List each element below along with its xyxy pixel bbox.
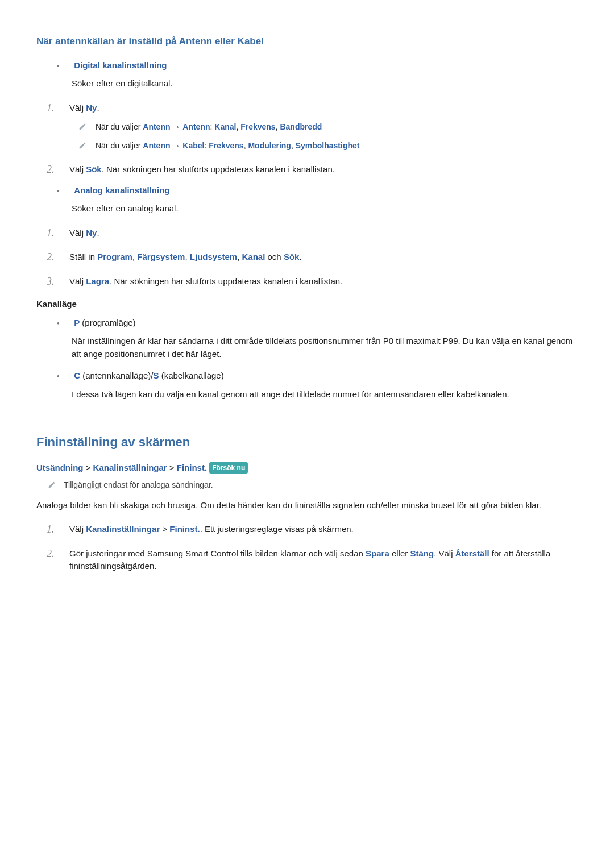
step-number: 1.	[47, 226, 55, 241]
digital-steps: 1. Välj Ny. När du väljer Antenn → Anten…	[47, 102, 578, 176]
try-now-badge[interactable]: Försök nu	[209, 462, 248, 474]
analog-steps: 1. Välj Ny. 2. Ställ in Program, Färgsys…	[47, 227, 578, 288]
step-text: Välj Sök. När sökningen har slutförts up…	[69, 164, 335, 174]
kanallage-heading: Kanalläge	[36, 298, 578, 311]
step-text: Gör justeringar med Samsung Smart Contro…	[69, 549, 550, 571]
step-number: 1.	[47, 101, 55, 116]
analog-list: Analog kanalinställning Söker efter en a…	[57, 184, 578, 215]
pencil-icon	[48, 480, 56, 492]
step-number: 2.	[47, 250, 55, 265]
note-item: När du väljer Antenn → Antenn: Kanal, Fr…	[78, 121, 578, 133]
step-text: Välj Lagra. När sökningen har slutförts …	[69, 276, 342, 286]
mode-label: C (antennkanalläge)/S (kabelkanalläge)	[74, 371, 224, 380]
section2-steps: 1. Välj Kanalinställningar > Fininst.. E…	[47, 523, 578, 573]
digital-list: Digital kanalinställning Söker efter en …	[57, 59, 578, 90]
digital-title: Digital kanalinställning	[74, 60, 167, 70]
mode-desc: När inställningen är klar har sändarna i…	[72, 335, 578, 360]
step-text: Ställ in Program, Färgsystem, Ljudsystem…	[69, 252, 302, 261]
step-number: 3.	[47, 274, 55, 289]
note-item: Tillgängligt endast för analoga sändning…	[42, 479, 578, 491]
section-heading: När antennkällan är inställd på Antenn e…	[36, 34, 578, 49]
section2-body: Analoga bilder kan bli skakiga och brusi…	[36, 499, 578, 512]
note-item: När du väljer Antenn → Kabel: Frekvens, …	[78, 140, 578, 152]
mode-label: P (programläge)	[74, 318, 135, 327]
kanallage-list: P (programläge) När inställningen är kla…	[57, 317, 578, 401]
analog-title: Analog kanalinställning	[74, 185, 169, 195]
step-number: 2.	[47, 162, 55, 177]
pencil-icon	[78, 141, 86, 153]
digital-desc: Söker efter en digitalkanal.	[72, 77, 578, 90]
mode-desc: I dessa två lägen kan du välja en kanal …	[72, 388, 578, 401]
step-number: 1.	[47, 522, 55, 537]
step-text: Välj Kanalinställningar > Fininst.. Ett …	[69, 524, 354, 534]
breadcrumb-path: Utsändning > Kanalinställningar > Finins…	[36, 462, 578, 475]
analog-desc: Söker efter en analog kanal.	[72, 202, 578, 215]
step-text: Välj Ny.	[69, 103, 99, 113]
step-text: Välj Ny.	[69, 228, 99, 238]
pencil-icon	[78, 122, 86, 134]
section2-heading: Fininställning av skärmen	[36, 433, 578, 451]
step-number: 2.	[47, 546, 55, 562]
